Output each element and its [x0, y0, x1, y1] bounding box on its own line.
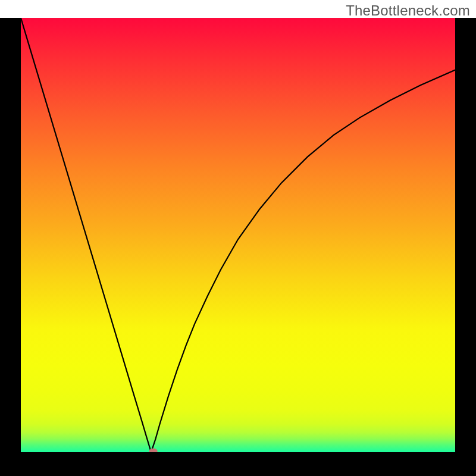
plot-area	[21, 18, 455, 452]
watermark-text: TheBottleneck.com	[346, 2, 470, 19]
chart-container: TheBottleneck.com	[0, 0, 476, 476]
chart-svg	[21, 18, 455, 452]
